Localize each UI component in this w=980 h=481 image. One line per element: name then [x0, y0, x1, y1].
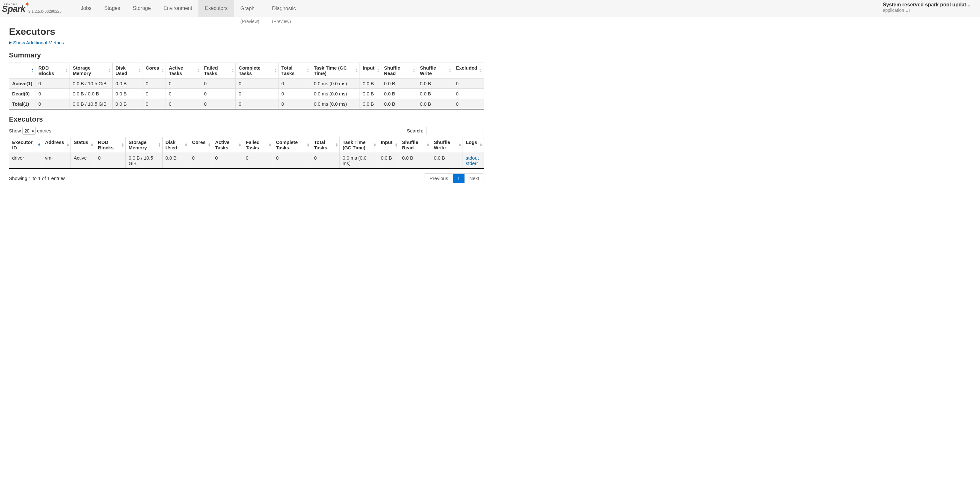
table-cell: 0.0 ms (0.0 ms) — [311, 99, 360, 109]
table-cell: 0 — [201, 99, 236, 109]
column-header[interactable]: Excluded▲▼ — [453, 62, 484, 78]
column-header[interactable]: Logs▲▼ — [463, 137, 484, 153]
nav-tab-executors[interactable]: Executors — [199, 0, 234, 17]
column-header[interactable]: Shuffle Read▲▼ — [399, 137, 431, 153]
column-header[interactable]: Complete Tasks▲▼ — [236, 62, 278, 78]
entries-select[interactable]: 20 — [22, 127, 36, 135]
table-cell: 0 — [311, 153, 339, 169]
column-header[interactable]: Complete Tasks▲▼ — [273, 137, 311, 153]
pager: Previous 1 Next — [425, 173, 484, 183]
column-header[interactable]: Active Tasks▲▼ — [212, 137, 243, 153]
show-additional-metrics-toggle[interactable]: ▶ Show Additional Metrics — [9, 40, 64, 45]
datatable-search: Search: — [407, 127, 484, 135]
table-cell: 0 — [35, 99, 70, 109]
column-header[interactable]: Input▲▼ — [360, 62, 381, 78]
table-cell: 0 — [236, 78, 278, 88]
column-header[interactable]: Total Tasks▲▼ — [311, 137, 339, 153]
column-header-label: Disk Used — [116, 65, 127, 76]
column-header[interactable]: RDD Blocks▲▼ — [95, 137, 126, 153]
datatable-info: Showing 1 to 1 of 1 entries — [9, 175, 66, 181]
table-cell: 0.0 B — [431, 153, 463, 169]
table-cell: 0.0 B — [113, 99, 143, 109]
column-header-label: Complete Tasks — [239, 65, 260, 76]
pager-previous[interactable]: Previous — [425, 174, 453, 183]
table-cell: 0 — [35, 88, 70, 99]
column-header-label: Executor ID — [12, 140, 33, 150]
column-header-label: Task Time (GC Time) — [343, 140, 366, 150]
log-link-stderr[interactable]: stderr — [466, 161, 481, 166]
column-header[interactable]: Cores▲▼ — [143, 62, 166, 78]
column-header-label: Input — [381, 140, 393, 145]
column-header[interactable]: Disk Used▲▼ — [113, 62, 143, 78]
navbar: APACHE Spark✦ 3.1.2.5.0-66290225 JobsSta… — [0, 0, 980, 17]
nav-tab-diagnostic[interactable]: Diagnostic(Preview) — [266, 0, 302, 17]
sort-icon: ▲▼ — [108, 68, 111, 73]
column-header[interactable]: Total Tasks▲▼ — [278, 62, 311, 78]
column-header[interactable]: Input▲▼ — [378, 137, 399, 153]
column-header[interactable]: Active Tasks▲▼ — [166, 62, 201, 78]
table-cell: 0.0 B — [113, 78, 143, 88]
spark-version: 3.1.2.5.0-66290225 — [29, 9, 62, 14]
table-cell: 0 — [278, 88, 311, 99]
column-header[interactable]: Status▲▼ — [71, 137, 95, 153]
column-header[interactable]: Executor ID▲▼ — [9, 137, 42, 153]
column-header[interactable]: Address▲▼ — [42, 137, 71, 153]
column-header-label: Address — [45, 140, 64, 145]
pager-next[interactable]: Next — [465, 174, 484, 183]
column-header[interactable]: RDD Blocks▲▼ — [35, 62, 70, 78]
table-cell: 0.0 B — [378, 153, 399, 169]
column-header[interactable]: ▲▼ — [9, 62, 35, 78]
sort-icon: ▲▼ — [138, 68, 141, 73]
table-cell: vm- — [42, 153, 71, 169]
column-header[interactable]: Failed Tasks▲▼ — [243, 137, 273, 153]
column-header-label: Logs — [466, 140, 477, 145]
table-cell: 0 — [166, 78, 201, 88]
table-cell: 0.0 B — [381, 78, 417, 88]
table-cell: 0 — [453, 88, 484, 99]
column-header[interactable]: Storage Memory▲▼ — [70, 62, 113, 78]
log-link-stdout[interactable]: stdout — [466, 155, 481, 161]
nav-tab-label: Graph — [240, 5, 259, 12]
search-input[interactable] — [426, 127, 484, 135]
table-row: Total(1)00.0 B / 10.5 GiB0.0 B000000.0 m… — [9, 99, 484, 109]
column-header-label: Storage Memory — [73, 65, 91, 76]
column-header[interactable]: Cores▲▼ — [189, 137, 212, 153]
column-header[interactable]: Shuffle Read▲▼ — [381, 62, 417, 78]
nav-tab-graph[interactable]: Graph(Preview) — [234, 0, 266, 17]
column-header[interactable]: Task Time (GC Time)▲▼ — [339, 137, 378, 153]
sort-icon: ▲▼ — [426, 143, 430, 147]
column-header[interactable]: Disk Used▲▼ — [162, 137, 189, 153]
column-header[interactable]: Storage Memory▲▼ — [126, 137, 162, 153]
nav-tab-stages[interactable]: Stages — [98, 0, 127, 17]
sort-icon: ▲▼ — [374, 143, 376, 147]
sort-icon: ▲▼ — [395, 143, 398, 147]
column-header[interactable]: Task Time (GC Time)▲▼ — [311, 62, 360, 78]
page-title: Executors — [9, 26, 484, 37]
column-header-label: Task Time (GC Time) — [314, 65, 347, 76]
summary-heading: Summary — [9, 51, 484, 59]
table-cell: Dead(0) — [9, 88, 35, 99]
column-header[interactable]: Failed Tasks▲▼ — [201, 62, 236, 78]
column-header-label: Shuffle Read — [402, 140, 418, 150]
column-header-label: Storage Memory — [129, 140, 147, 150]
column-header[interactable]: Shuffle Write▲▼ — [417, 62, 453, 78]
brand[interactable]: APACHE Spark✦ 3.1.2.5.0-66290225 — [2, 0, 65, 17]
sort-icon: ▲▼ — [158, 143, 161, 147]
table-cell: 0.0 B — [417, 78, 453, 88]
column-header-label: Failed Tasks — [246, 140, 260, 150]
nav-tab-label: Jobs — [81, 5, 92, 12]
nav-tab-storage[interactable]: Storage — [127, 0, 157, 17]
nav-tab-jobs[interactable]: Jobs — [74, 0, 98, 17]
sort-icon: ▲▼ — [479, 68, 482, 73]
page: Executors ▶ Show Additional Metrics Summ… — [0, 17, 493, 189]
pager-page-1[interactable]: 1 — [453, 174, 465, 183]
table-cell: 0.0 B — [417, 99, 453, 109]
sort-icon: ▲▼ — [307, 143, 310, 147]
nav-tab-environment[interactable]: Environment — [157, 0, 199, 17]
sort-icon: ▲▼ — [412, 68, 415, 73]
column-header[interactable]: Shuffle Write▲▼ — [431, 137, 463, 153]
column-header-label: Active Tasks — [215, 140, 229, 150]
sort-icon: ▲▼ — [479, 143, 482, 147]
table-cell: 0 — [453, 99, 484, 109]
sort-icon: ▲▼ — [185, 143, 188, 147]
